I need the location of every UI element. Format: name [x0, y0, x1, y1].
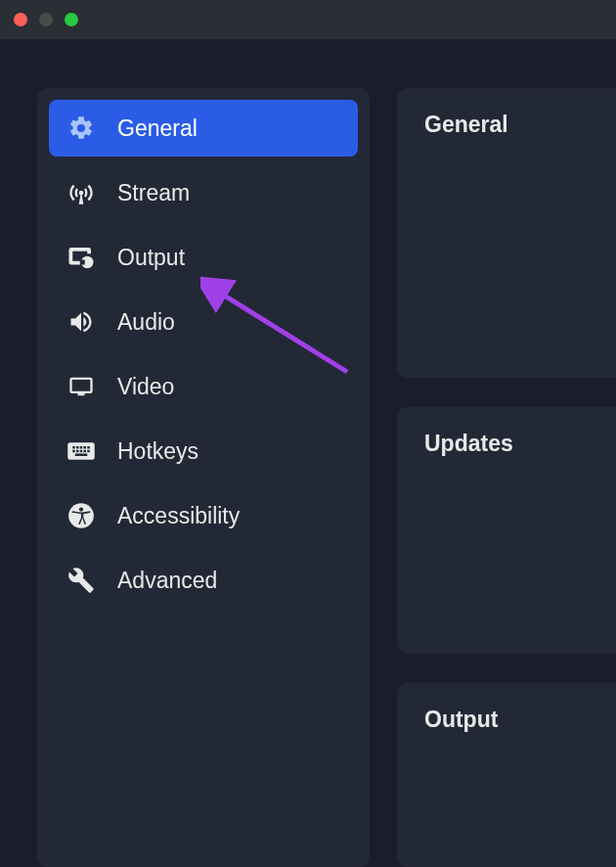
settings-content: General Stream Output Audio Video [0, 39, 616, 867]
accessibility-icon [66, 501, 96, 530]
svg-rect-1 [81, 260, 85, 265]
gear-icon [66, 114, 96, 143]
output-icon [66, 243, 96, 272]
keyboard-icon [66, 436, 96, 466]
panel-title: General [424, 112, 616, 138]
sidebar-item-label: Stream [117, 180, 190, 206]
panel-general: General [397, 88, 616, 378]
sidebar-item-label: Accessibility [117, 503, 240, 529]
speaker-icon [66, 307, 96, 337]
sidebar-item-stream[interactable]: Stream [49, 164, 358, 221]
sidebar-item-label: Output [117, 245, 185, 271]
sidebar-item-accessibility[interactable]: Accessibility [49, 487, 358, 544]
sidebar-item-advanced[interactable]: Advanced [49, 552, 358, 609]
panel-output: Output [397, 683, 616, 867]
settings-panels: General Updates Up Output [397, 88, 616, 867]
tools-icon [66, 566, 96, 595]
panel-updates: Updates Up [397, 407, 616, 654]
sidebar-item-label: Advanced [117, 568, 217, 594]
antenna-icon [66, 178, 96, 207]
sidebar-item-label: Video [117, 374, 174, 400]
sidebar-item-label: General [117, 115, 198, 142]
monitor-icon [66, 372, 96, 401]
window-minimize-button[interactable] [39, 13, 53, 26]
sidebar-item-output[interactable]: Output [49, 229, 358, 286]
panel-title: Updates [424, 431, 616, 457]
sidebar-item-label: Hotkeys [117, 438, 198, 465]
sidebar-item-audio[interactable]: Audio [49, 294, 358, 350]
window-titlebar [0, 0, 616, 39]
window-maximize-button[interactable] [65, 13, 78, 26]
panel-body-text: Up [424, 477, 616, 562]
panel-title: Output [424, 707, 616, 733]
window-close-button[interactable] [14, 13, 27, 26]
svg-point-3 [79, 507, 83, 511]
settings-sidebar: General Stream Output Audio Video [37, 88, 370, 867]
sidebar-item-general[interactable]: General [49, 100, 358, 157]
sidebar-item-label: Audio [117, 309, 175, 336]
sidebar-item-video[interactable]: Video [49, 358, 358, 415]
sidebar-item-hotkeys[interactable]: Hotkeys [49, 423, 358, 479]
